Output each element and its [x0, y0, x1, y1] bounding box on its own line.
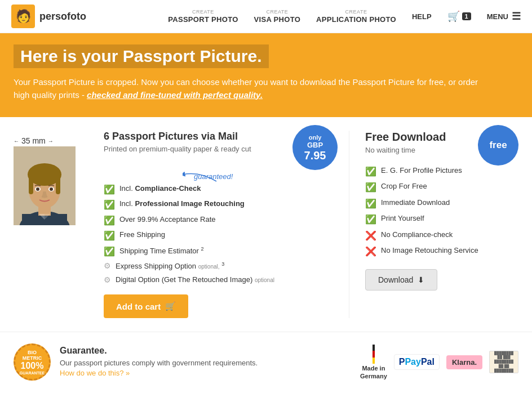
nav-application-photo[interactable]: CREATE APPLICATION PHOTO	[316, 9, 396, 24]
free-feature-immediate: ✅ Immediate Download	[365, 198, 518, 210]
feature-free-shipping: ✅ Free Shipping	[104, 230, 338, 242]
guaranteed-annotation: guaranteed!	[194, 172, 233, 181]
guarantee-link[interactable]: How do we do this? »	[60, 369, 130, 377]
dimension-arrow-left: ←	[14, 138, 19, 144]
hero-desc-text1: Your Passport Picture is cropped. Now yo…	[14, 77, 478, 87]
photo-section: ← 35 mm →	[14, 131, 92, 318]
main-nav: CREATE PASSPORT PHOTO CREATE VISA PHOTO …	[168, 9, 521, 24]
hero-banner: Here is your Passport Picture. Your Pass…	[0, 33, 532, 117]
free-download-subtitle: No waiting time	[365, 146, 446, 154]
nav-visa-photo[interactable]: CREATE VISA PHOTO	[254, 9, 300, 24]
svg-rect-7	[56, 175, 60, 194]
cert-badge: ██████████ █████████████ ██████████	[489, 351, 518, 373]
guarantee-footer: BIO METRIC 100% GUARANTEE Guarantee. Our…	[0, 332, 532, 392]
passport-mail-option: 6 Passport Pictures via Mail Printed on …	[92, 131, 349, 318]
price-amount: 7.95	[304, 149, 326, 162]
free-badge: free	[478, 125, 518, 166]
check-icon: ✅	[104, 230, 115, 242]
paypal-logo: PPayPal	[394, 354, 440, 370]
check-icon: ✅	[104, 184, 115, 196]
photo-dimension-label: 35 mm	[21, 136, 46, 145]
guarantee-left: BIO METRIC 100% GUARANTEE Guarantee. Our…	[14, 343, 360, 381]
dimension-arrow-right: →	[48, 138, 54, 144]
nav-passport-photo[interactable]: CREATE PASSPORT PHOTO	[168, 9, 238, 24]
free-feature-profile: ✅ E. G. For Profile Pictures	[365, 166, 518, 178]
seal-line2: METRIC	[23, 355, 42, 361]
price-badge: 1 only GBP 7.95	[292, 125, 338, 170]
hero-desc-text2: high quality prints -	[14, 90, 85, 100]
menu-button[interactable]: MENU ☰	[487, 10, 521, 23]
cross-icon: ❌	[365, 230, 376, 242]
add-to-cart-button[interactable]: Add to cart 🛒	[104, 294, 188, 318]
free-download-section: Free Download No waiting time free ✅ E. …	[349, 131, 518, 318]
feature-acceptance-rate: ✅ Over 99.9% Acceptance Rate	[104, 215, 338, 227]
hero-title: Here is your Passport Picture.	[14, 44, 269, 68]
logo-text: persofoto	[39, 11, 86, 23]
free-feature-print: ✅ Print Yourself	[365, 213, 518, 226]
guarantee-text: Guarantee. Our passport pictures comply …	[60, 346, 258, 378]
cross-icon: ❌	[365, 245, 376, 258]
price-footnote: 1	[333, 127, 335, 133]
svg-point-11	[50, 187, 53, 191]
feature-shipping-estimator: ✅ Shipping Time Estimator 2	[104, 245, 338, 258]
hero-desc-highlight: checked and fine-tuned with perfect qual…	[87, 90, 263, 100]
feature-image-retouching: ✅ Incl. Professional Image Retouching	[104, 199, 338, 211]
check-icon: ✅	[365, 166, 376, 178]
cart-icon: 🛒	[447, 10, 460, 23]
free-download-title: Free Download	[365, 131, 446, 144]
menu-label: MENU	[487, 12, 508, 21]
free-feature-no-retouching: ❌ No Image Retouching Service	[365, 245, 518, 258]
gear-icon: ⚙	[104, 275, 111, 286]
price-currency: GBP	[307, 141, 323, 149]
made-in-germany: Made in Germany	[360, 345, 387, 379]
check-icon: ✅	[104, 245, 115, 258]
check-icon: ✅	[104, 215, 115, 227]
free-feature-no-compliance: ❌ No Compliance-check	[365, 230, 518, 242]
logo-icon: 🧑	[11, 5, 35, 28]
seal-percentage: 100%	[21, 361, 44, 371]
svg-point-10	[36, 187, 39, 191]
header: 🧑 persofoto CREATE PASSPORT PHOTO CREATE…	[0, 0, 532, 33]
feature-digital-option: ⚙ Digital Option (Get The Retouched Imag…	[104, 275, 338, 286]
check-icon: ✅	[365, 198, 376, 210]
cart-button[interactable]: 🛒 1	[447, 10, 471, 23]
feature-express-shipping: ⚙ Express Shipping Option optional, 3	[104, 261, 338, 272]
passport-features-list: ✅ Incl. Compliance-Check ✅ Incl. Profess…	[104, 184, 338, 285]
download-icon: ⬇	[418, 275, 424, 284]
klarna-logo: Klarna.	[446, 355, 482, 369]
seal-line4: GUARANTEE	[20, 371, 45, 375]
germany-flag	[373, 345, 375, 364]
guarantee-seal: BIO METRIC 100% GUARANTEE	[14, 343, 51, 381]
passport-option-title: 6 Passport Pictures via Mail	[104, 131, 251, 142]
add-to-cart-label: Add to cart	[116, 302, 161, 311]
free-feature-crop: ✅ Crop For Free	[365, 181, 518, 194]
download-button[interactable]: Download ⬇	[365, 269, 437, 291]
check-icon: ✅	[365, 213, 376, 226]
seal-line1: BIO	[28, 350, 37, 355]
main-content: ← 35 mm →	[0, 117, 532, 332]
price-only: only	[309, 134, 322, 141]
free-features-list: ✅ E. G. For Profile Pictures ✅ Crop For …	[365, 166, 518, 258]
guarantee-title: Guarantee.	[60, 346, 258, 356]
hamburger-icon: ☰	[512, 10, 521, 23]
passport-option-subtitle: Printed on premium-quality paper & ready…	[104, 145, 251, 153]
check-icon: ✅	[365, 181, 376, 194]
svg-rect-6	[29, 175, 33, 194]
feature-compliance-check: ✅ Incl. Compliance-Check	[104, 184, 338, 196]
passport-photo-preview	[14, 146, 76, 225]
cart-count: 1	[462, 12, 471, 20]
guarantee-right: Made in Germany PPayPal Klarna. ████████…	[360, 345, 518, 379]
nav-help[interactable]: HELP	[412, 12, 432, 21]
cart-icon-btn: 🛒	[165, 301, 176, 311]
hero-description: Your Passport Picture is cropped. Now yo…	[14, 76, 518, 101]
download-label: Download	[378, 275, 413, 284]
gear-icon: ⚙	[104, 261, 111, 272]
guarantee-description: Our passport pictures comply with govern…	[60, 358, 258, 378]
passport-photo-svg	[14, 146, 76, 225]
logo-area: 🧑 persofoto	[11, 5, 86, 28]
photo-dimension-line: ← 35 mm →	[14, 136, 92, 145]
check-icon: ✅	[104, 199, 115, 211]
